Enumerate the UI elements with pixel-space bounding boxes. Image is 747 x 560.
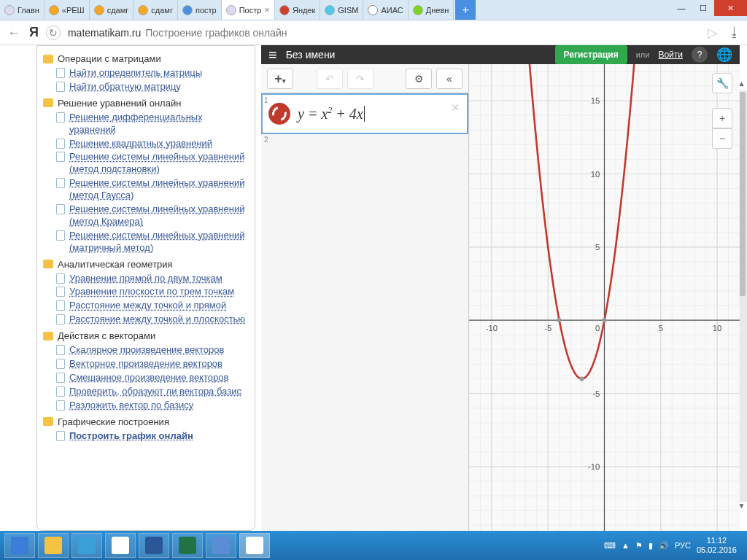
sidebar-item[interactable]: Векторное произведение векторов	[56, 358, 249, 370]
close-button[interactable]: ✕	[714, 0, 747, 16]
tab-label: постр	[196, 6, 217, 15]
favicon-icon	[226, 5, 236, 15]
tray-flag-icon[interactable]: ⚑	[635, 541, 643, 551]
register-button[interactable]: Регистрация	[555, 45, 627, 64]
undo-button[interactable]: ↶	[317, 69, 343, 89]
sidebar-item[interactable]: Решение дифференциальных уравнений	[56, 112, 249, 136]
sidebar-item[interactable]: Решение системы линейных уравнений (мето…	[56, 177, 249, 202]
svg-text:-5: -5	[592, 389, 600, 398]
back-button[interactable]: ←	[6, 25, 22, 41]
downloads-button[interactable]: ⭳	[728, 25, 741, 40]
sidebar-item[interactable]: Расстояние между точкой и плоскостью	[56, 314, 249, 326]
browser-tab[interactable]: Дневн	[409, 0, 454, 20]
svg-point-83	[602, 318, 606, 322]
sidebar-item[interactable]: Решение системы линейных уравнений (матр…	[56, 230, 249, 254]
sidebar-item[interactable]: Построить график онлайн	[56, 430, 249, 443]
wrench-icon[interactable]: 🔧	[712, 73, 732, 93]
menu-icon[interactable]: ≡	[268, 47, 277, 63]
browser-tab[interactable]: Яндек	[275, 0, 320, 20]
sidebar-item[interactable]: Найти обратную матрицу	[56, 81, 249, 93]
bookmark-button[interactable]: ▷	[705, 25, 721, 41]
tab-close-icon[interactable]: ×	[264, 4, 270, 15]
taskbar-app-icon	[212, 537, 230, 554]
tray-lang[interactable]: РУС	[675, 541, 691, 550]
maximize-button[interactable]: ☐	[692, 0, 714, 16]
svg-text:-10: -10	[588, 462, 600, 471]
sidebar-item-label: Расстояние между точкой и прямой	[69, 300, 226, 312]
expression-color-icon[interactable]	[268, 103, 290, 125]
svg-text:15: 15	[591, 96, 600, 105]
taskbar-clock[interactable]: 11:12 05.02.2016	[697, 536, 737, 555]
sidebar-item[interactable]: Уравнение прямой по двум точкам	[56, 273, 249, 285]
zoom-in-button[interactable]: +	[712, 108, 732, 128]
sidebar-item[interactable]: Смешанное произведение векторов	[56, 372, 249, 384]
sidebar-item-label: Уравнение прямой по двум точкам	[69, 273, 222, 285]
svg-text:-10: -10	[486, 324, 498, 332]
taskbar-item[interactable]	[239, 533, 270, 558]
graph-canvas[interactable]: -10-5510-15-10-5510150 🔧 + −	[469, 64, 740, 531]
settings-button[interactable]: ⚙	[406, 69, 432, 89]
browser-tab[interactable]: сдамг	[133, 0, 178, 20]
sidebar-item[interactable]: Найти определитель матрицы	[56, 67, 249, 79]
expression-input[interactable]: y = x2 + 4x	[298, 105, 368, 122]
globe-icon[interactable]: 🌐	[716, 47, 732, 63]
expression-delete-icon[interactable]: ×	[451, 99, 460, 116]
tray-network-icon[interactable]: ▮	[649, 541, 653, 551]
sidebar-item[interactable]: Разложить вектор по базису	[56, 400, 249, 412]
browser-tab[interactable]: сдамг	[90, 0, 134, 20]
zoom-out-button[interactable]: −	[712, 128, 732, 149]
sidebar-item[interactable]: Уравнение плоскости по трем точкам	[56, 286, 249, 298]
sidebar-item[interactable]: Расстояние между точкой и прямой	[56, 300, 249, 312]
tray-up-icon[interactable]: ▲	[622, 541, 630, 550]
doc-icon	[56, 400, 65, 411]
sidebar-item[interactable]: Решение системы линейных уравнений (мето…	[56, 151, 249, 176]
taskbar-item[interactable]	[206, 533, 236, 558]
graph-header: ≡ Без имени Регистрация или Войти ? 🌐	[261, 45, 740, 64]
browser-tab[interactable]: АИАС	[363, 0, 408, 20]
doc-icon	[56, 139, 65, 149]
help-icon[interactable]: ?	[692, 47, 708, 63]
doc-icon	[56, 178, 65, 188]
section-label: Операции с матрицами	[58, 53, 161, 64]
add-expression-button[interactable]: +▾	[267, 69, 293, 89]
new-tab-button[interactable]: +	[455, 0, 476, 20]
collapse-button[interactable]: «	[436, 69, 462, 89]
sidebar-section: Графические построения	[43, 416, 249, 427]
browser-tab[interactable]: Постр×	[222, 0, 275, 20]
system-tray: ⌨ ▲ ⚑ ▮ 🔊 РУС 11:12 05.02.2016	[604, 536, 743, 555]
taskbar-item[interactable]	[105, 533, 136, 558]
sidebar-item[interactable]: Скалярное произведение векторов	[56, 344, 249, 357]
url-field[interactable]: matematikam.ru Построение графиков онлай…	[68, 27, 697, 39]
tray-keyboard-icon[interactable]: ⌨	[604, 541, 616, 551]
taskbar-item[interactable]	[139, 533, 169, 558]
browser-tab[interactable]: GISM	[320, 0, 363, 20]
minimize-button[interactable]: —	[670, 0, 692, 16]
browser-tab[interactable]: «РЕШ	[44, 0, 90, 20]
taskbar-item[interactable]	[71, 533, 102, 558]
taskbar-item[interactable]	[172, 533, 203, 558]
login-link[interactable]: Войти	[658, 50, 683, 60]
expression-row[interactable]: 1 y = x2 + 4x ×	[261, 93, 468, 134]
sidebar-item[interactable]: Решение квадратных уравнений	[56, 138, 249, 150]
sidebar-item-label: Скалярное произведение векторов	[69, 344, 224, 357]
expression-index: 1	[264, 96, 268, 104]
svg-point-82	[557, 318, 562, 322]
favicon-icon	[182, 5, 193, 15]
tab-label: GISM	[338, 6, 358, 15]
svg-point-84	[579, 376, 584, 381]
yandex-logo[interactable]: Я	[29, 25, 39, 40]
graph-app: ≡ Без имени Регистрация или Войти ? 🌐 +▾…	[261, 45, 740, 531]
tray-volume-icon[interactable]: 🔊	[659, 541, 669, 551]
redo-button[interactable]: ↷	[347, 69, 374, 89]
sidebar-item[interactable]: Решение системы линейных уравнений (мето…	[56, 203, 249, 228]
reload-button[interactable]: ↻	[46, 26, 61, 40]
sidebar-item[interactable]: Проверить, образуют ли вектора базис	[56, 386, 249, 398]
sidebar-item-label: Проверить, образуют ли вектора базис	[69, 386, 241, 398]
browser-tab[interactable]: постр	[178, 0, 222, 20]
taskbar-item[interactable]	[38, 533, 69, 558]
sidebar-section: Операции с матрицами	[43, 53, 249, 64]
svg-text:5: 5	[659, 324, 663, 332]
taskbar-item[interactable]	[4, 533, 35, 558]
browser-tab[interactable]: Главн	[0, 0, 44, 20]
doc-icon	[56, 230, 65, 241]
